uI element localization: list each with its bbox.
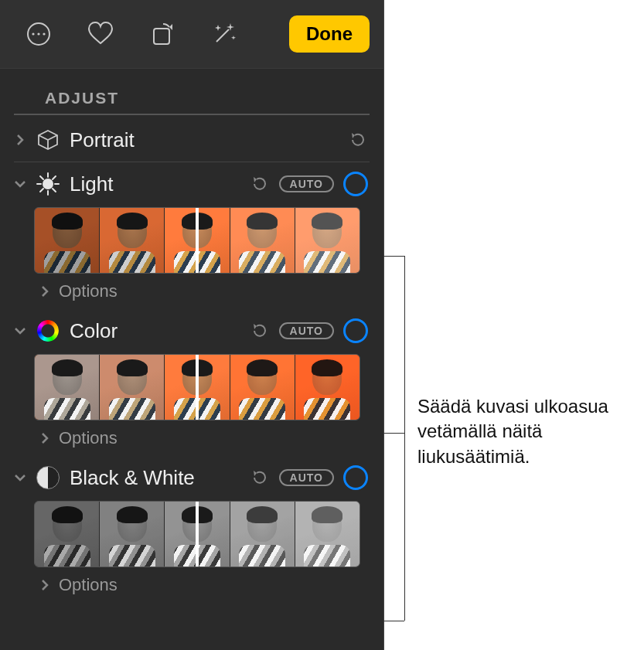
portrait-row[interactable]: Portrait (0, 121, 383, 158)
svg-point-3 (43, 32, 45, 35)
color-options-label: Options (59, 428, 118, 448)
adjust-panel: Done ADJUST Portrait (0, 0, 384, 650)
heart-icon (87, 20, 114, 48)
enhance-button[interactable] (193, 14, 255, 54)
callout-tick (383, 256, 404, 257)
bw-thumb (230, 502, 295, 567)
light-row[interactable]: Light AUTO (0, 165, 383, 202)
color-toggle[interactable] (343, 318, 368, 343)
chevron-right-icon (39, 432, 51, 444)
chevron-down-icon (14, 325, 26, 337)
color-thumb (295, 355, 359, 420)
slider-marker[interactable] (196, 355, 199, 420)
callout-tick (383, 621, 404, 621)
chevron-right-icon (14, 134, 26, 146)
more-button[interactable] (8, 14, 70, 54)
callout-text: Säädä kuvasi ulkoasua vetämällä näitä li… (417, 394, 634, 469)
bw-thumb (35, 502, 99, 567)
slider-marker[interactable] (196, 502, 199, 567)
bw-icon (36, 465, 60, 490)
svg-point-2 (37, 32, 39, 35)
wand-icon (210, 20, 238, 48)
bw-thumb (100, 502, 164, 567)
callout-bracket (404, 256, 405, 621)
light-options[interactable]: Options (0, 277, 383, 312)
auto-bw-button[interactable]: AUTO (279, 469, 334, 486)
chevron-down-icon (14, 178, 26, 190)
rotate-button[interactable] (131, 14, 193, 54)
color-icon (36, 318, 60, 343)
color-thumb (230, 355, 295, 420)
reset-bw-button[interactable] (250, 468, 270, 488)
bw-label: Black & White (70, 466, 240, 490)
light-label: Light (70, 172, 240, 196)
light-thumb (230, 208, 295, 273)
light-toggle[interactable] (343, 172, 368, 196)
chevron-down-icon (14, 471, 26, 484)
bw-options[interactable]: Options (0, 570, 383, 598)
favorite-button[interactable] (70, 14, 131, 54)
svg-rect-4 (154, 29, 169, 44)
bw-thumb (295, 502, 359, 567)
light-options-label: Options (59, 281, 118, 301)
light-thumb (295, 208, 359, 273)
toolbar: Done (0, 0, 383, 69)
color-label: Color (70, 319, 240, 343)
adjust-header: ADJUST (14, 69, 370, 115)
svg-point-5 (43, 179, 53, 189)
more-icon (26, 21, 52, 47)
cube-icon (36, 128, 60, 152)
color-options[interactable]: Options (0, 424, 383, 459)
light-slider[interactable] (34, 207, 360, 274)
bw-slider[interactable] (34, 501, 360, 567)
done-button[interactable]: Done (289, 15, 370, 53)
auto-light-button[interactable]: AUTO (279, 175, 334, 192)
chevron-right-icon (39, 579, 51, 591)
svg-point-1 (32, 32, 34, 35)
color-thumb (100, 355, 164, 420)
reset-portrait-button[interactable] (348, 130, 368, 150)
divider (14, 162, 370, 162)
reset-color-button[interactable] (250, 321, 270, 341)
light-thumb (35, 208, 99, 273)
bw-row[interactable]: Black & White AUTO (0, 459, 383, 496)
rotate-icon (149, 21, 175, 47)
light-thumb (100, 208, 164, 273)
callout-tick (383, 433, 404, 434)
slider-marker[interactable] (196, 208, 199, 273)
color-slider[interactable] (34, 354, 360, 420)
color-thumb (35, 355, 99, 420)
color-row[interactable]: Color AUTO (0, 312, 383, 349)
reset-light-button[interactable] (250, 174, 270, 194)
chevron-right-icon (39, 285, 51, 298)
bw-options-label: Options (59, 575, 118, 595)
auto-color-button[interactable]: AUTO (279, 322, 334, 339)
portrait-label: Portrait (70, 128, 339, 152)
light-icon (36, 172, 60, 196)
bw-toggle[interactable] (343, 465, 368, 490)
